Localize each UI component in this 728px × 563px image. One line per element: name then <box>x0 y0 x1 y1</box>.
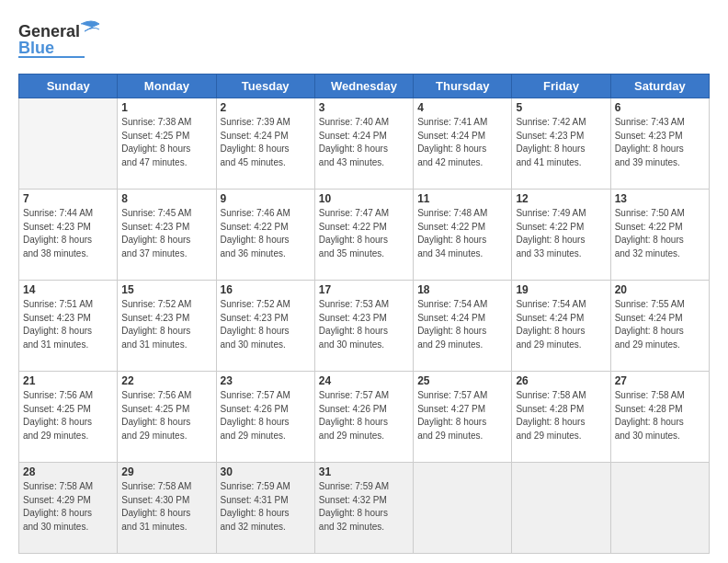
day-number: 7 <box>23 192 113 205</box>
day-number: 29 <box>121 465 211 478</box>
calendar-cell <box>512 463 610 554</box>
days-header-row: SundayMondayTuesdayWednesdayThursdayFrid… <box>19 75 710 98</box>
day-info: Sunrise: 7:39 AMSunset: 4:24 PMDaylight:… <box>221 116 311 169</box>
day-info: Sunrise: 7:54 AMSunset: 4:24 PMDaylight:… <box>516 298 606 351</box>
calendar-cell: 5Sunrise: 7:42 AMSunset: 4:23 PMDaylight… <box>512 98 610 190</box>
day-number: 10 <box>319 192 409 205</box>
calendar-cell: 7Sunrise: 7:44 AMSunset: 4:23 PMDaylight… <box>19 190 118 281</box>
day-info: Sunrise: 7:48 AMSunset: 4:22 PMDaylight:… <box>417 207 507 260</box>
calendar-week-1: 1Sunrise: 7:38 AMSunset: 4:25 PMDaylight… <box>19 98 710 190</box>
calendar-cell: 6Sunrise: 7:43 AMSunset: 4:23 PMDaylight… <box>610 98 709 190</box>
calendar-cell: 28Sunrise: 7:58 AMSunset: 4:29 PMDayligh… <box>19 463 118 554</box>
calendar-week-2: 7Sunrise: 7:44 AMSunset: 4:23 PMDaylight… <box>19 190 710 281</box>
day-info: Sunrise: 7:54 AMSunset: 4:24 PMDaylight:… <box>417 298 507 351</box>
logo-svg: General Blue <box>18 17 101 64</box>
calendar-cell: 11Sunrise: 7:48 AMSunset: 4:22 PMDayligh… <box>414 190 512 281</box>
day-header-thursday: Thursday <box>414 75 512 98</box>
day-info: Sunrise: 7:58 AMSunset: 4:30 PMDaylight:… <box>121 480 211 534</box>
day-number: 23 <box>221 374 311 387</box>
calendar-week-3: 14Sunrise: 7:51 AMSunset: 4:23 PMDayligh… <box>19 281 710 372</box>
day-info: Sunrise: 7:46 AMSunset: 4:22 PMDaylight:… <box>221 207 311 260</box>
day-number: 2 <box>221 101 311 114</box>
calendar-cell: 1Sunrise: 7:38 AMSunset: 4:25 PMDaylight… <box>118 98 216 190</box>
day-info: Sunrise: 7:41 AMSunset: 4:24 PMDaylight:… <box>417 116 507 169</box>
calendar-cell: 2Sunrise: 7:39 AMSunset: 4:24 PMDaylight… <box>216 98 314 190</box>
day-number: 1 <box>121 101 211 114</box>
header: General Blue <box>18 17 710 64</box>
day-info: Sunrise: 7:52 AMSunset: 4:23 PMDaylight:… <box>121 298 211 351</box>
day-number: 4 <box>417 101 507 114</box>
calendar-cell: 9Sunrise: 7:46 AMSunset: 4:22 PMDaylight… <box>216 190 314 281</box>
day-info: Sunrise: 7:45 AMSunset: 4:23 PMDaylight:… <box>121 207 211 260</box>
day-header-sunday: Sunday <box>19 75 118 98</box>
day-info: Sunrise: 7:51 AMSunset: 4:23 PMDaylight:… <box>23 298 113 351</box>
calendar-cell: 22Sunrise: 7:56 AMSunset: 4:25 PMDayligh… <box>118 372 216 463</box>
day-number: 26 <box>516 374 606 387</box>
day-info: Sunrise: 7:59 AMSunset: 4:31 PMDaylight:… <box>221 480 311 534</box>
calendar-cell: 23Sunrise: 7:57 AMSunset: 4:26 PMDayligh… <box>216 372 314 463</box>
day-header-monday: Monday <box>118 75 216 98</box>
day-info: Sunrise: 7:55 AMSunset: 4:24 PMDaylight:… <box>615 298 705 351</box>
calendar-cell: 16Sunrise: 7:52 AMSunset: 4:23 PMDayligh… <box>216 281 314 372</box>
day-number: 5 <box>516 101 606 114</box>
calendar-week-4: 21Sunrise: 7:56 AMSunset: 4:25 PMDayligh… <box>19 372 710 463</box>
day-header-wednesday: Wednesday <box>314 75 413 98</box>
svg-text:General: General <box>18 22 80 40</box>
calendar-cell: 12Sunrise: 7:49 AMSunset: 4:22 PMDayligh… <box>512 190 610 281</box>
day-number: 12 <box>516 192 606 205</box>
day-info: Sunrise: 7:53 AMSunset: 4:23 PMDaylight:… <box>319 298 409 351</box>
calendar-week-5: 28Sunrise: 7:58 AMSunset: 4:29 PMDayligh… <box>19 463 710 554</box>
day-number: 20 <box>615 283 705 296</box>
day-number: 3 <box>319 101 409 114</box>
day-number: 14 <box>23 283 113 296</box>
day-info: Sunrise: 7:57 AMSunset: 4:26 PMDaylight:… <box>221 389 311 442</box>
calendar-cell: 3Sunrise: 7:40 AMSunset: 4:24 PMDaylight… <box>314 98 413 190</box>
calendar-cell: 27Sunrise: 7:58 AMSunset: 4:28 PMDayligh… <box>610 372 709 463</box>
calendar-cell: 21Sunrise: 7:56 AMSunset: 4:25 PMDayligh… <box>19 372 118 463</box>
day-number: 19 <box>516 283 606 296</box>
day-header-friday: Friday <box>512 75 610 98</box>
logo: General Blue <box>18 17 101 64</box>
calendar-cell: 24Sunrise: 7:57 AMSunset: 4:26 PMDayligh… <box>314 372 413 463</box>
calendar-cell: 19Sunrise: 7:54 AMSunset: 4:24 PMDayligh… <box>512 281 610 372</box>
calendar-header: SundayMondayTuesdayWednesdayThursdayFrid… <box>19 75 710 98</box>
calendar-cell: 25Sunrise: 7:57 AMSunset: 4:27 PMDayligh… <box>414 372 512 463</box>
day-number: 28 <box>23 465 113 478</box>
day-number: 22 <box>121 374 211 387</box>
day-info: Sunrise: 7:52 AMSunset: 4:23 PMDaylight:… <box>221 298 311 351</box>
day-number: 17 <box>319 283 409 296</box>
calendar-cell: 20Sunrise: 7:55 AMSunset: 4:24 PMDayligh… <box>610 281 709 372</box>
day-info: Sunrise: 7:57 AMSunset: 4:27 PMDaylight:… <box>417 389 507 442</box>
day-info: Sunrise: 7:50 AMSunset: 4:22 PMDaylight:… <box>615 207 705 260</box>
day-info: Sunrise: 7:40 AMSunset: 4:24 PMDaylight:… <box>319 116 409 169</box>
day-header-tuesday: Tuesday <box>216 75 314 98</box>
day-number: 8 <box>121 192 211 205</box>
day-info: Sunrise: 7:58 AMSunset: 4:28 PMDaylight:… <box>516 389 606 442</box>
calendar-cell <box>414 463 512 554</box>
calendar-cell: 10Sunrise: 7:47 AMSunset: 4:22 PMDayligh… <box>314 190 413 281</box>
day-info: Sunrise: 7:38 AMSunset: 4:25 PMDaylight:… <box>121 116 211 169</box>
calendar-body: 1Sunrise: 7:38 AMSunset: 4:25 PMDaylight… <box>19 98 710 554</box>
day-info: Sunrise: 7:59 AMSunset: 4:32 PMDaylight:… <box>319 480 409 534</box>
day-number: 16 <box>221 283 311 296</box>
svg-text:Blue: Blue <box>18 39 54 57</box>
calendar-cell <box>19 98 118 190</box>
calendar: SundayMondayTuesdayWednesdayThursdayFrid… <box>18 74 710 554</box>
day-number: 27 <box>615 374 705 387</box>
calendar-cell: 31Sunrise: 7:59 AMSunset: 4:32 PMDayligh… <box>314 463 413 554</box>
calendar-cell: 15Sunrise: 7:52 AMSunset: 4:23 PMDayligh… <box>118 281 216 372</box>
day-number: 6 <box>615 101 705 114</box>
day-info: Sunrise: 7:47 AMSunset: 4:22 PMDaylight:… <box>319 207 409 260</box>
calendar-cell: 13Sunrise: 7:50 AMSunset: 4:22 PMDayligh… <box>610 190 709 281</box>
page: General Blue SundayMondayTuesdayWednesda… <box>0 0 728 563</box>
day-info: Sunrise: 7:58 AMSunset: 4:28 PMDaylight:… <box>615 389 705 442</box>
calendar-cell: 18Sunrise: 7:54 AMSunset: 4:24 PMDayligh… <box>414 281 512 372</box>
day-info: Sunrise: 7:58 AMSunset: 4:29 PMDaylight:… <box>23 480 113 534</box>
day-info: Sunrise: 7:56 AMSunset: 4:25 PMDaylight:… <box>121 389 211 442</box>
day-header-saturday: Saturday <box>610 75 709 98</box>
day-info: Sunrise: 7:57 AMSunset: 4:26 PMDaylight:… <box>319 389 409 442</box>
day-info: Sunrise: 7:43 AMSunset: 4:23 PMDaylight:… <box>615 116 705 169</box>
day-number: 15 <box>121 283 211 296</box>
day-number: 13 <box>615 192 705 205</box>
calendar-cell: 4Sunrise: 7:41 AMSunset: 4:24 PMDaylight… <box>414 98 512 190</box>
